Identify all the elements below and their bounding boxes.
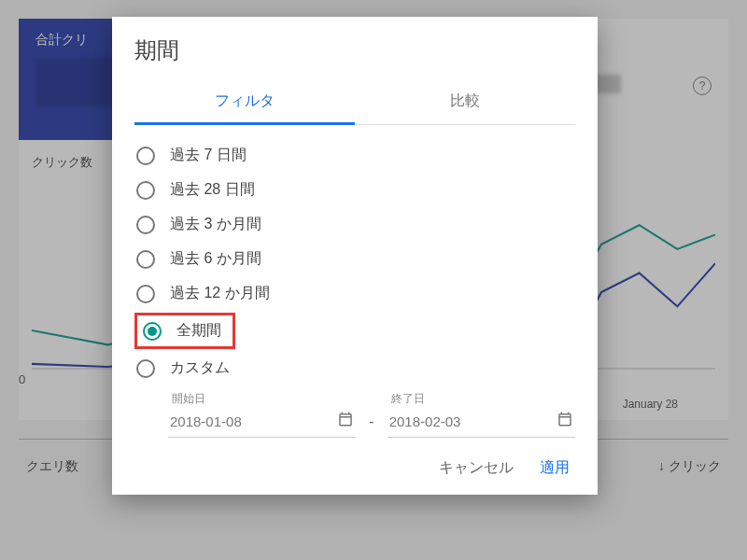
radio-icon bbox=[136, 216, 155, 234]
tab-compare[interactable]: 比較 bbox=[355, 82, 575, 125]
start-date-value: 2018-01-08 bbox=[170, 413, 242, 429]
calendar-icon bbox=[557, 411, 573, 431]
option-last-6-months[interactable]: 過去 6 か月間 bbox=[134, 242, 575, 276]
start-date-cell: 開始日 2018-01-08 bbox=[168, 391, 356, 438]
option-all-time-highlight: 全期間 bbox=[134, 313, 235, 349]
end-date-field[interactable]: 2018-02-03 bbox=[388, 407, 575, 438]
end-date-label: 終了日 bbox=[391, 391, 575, 407]
option-label: 過去 6 か月間 bbox=[170, 249, 261, 269]
calendar-icon bbox=[337, 411, 354, 431]
dialog-title: 期間 bbox=[134, 35, 575, 65]
radio-icon bbox=[136, 250, 155, 269]
option-custom[interactable]: カスタム bbox=[134, 351, 575, 385]
option-label: 過去 12 か月間 bbox=[170, 284, 270, 303]
option-label: 過去 28 日間 bbox=[170, 180, 255, 200]
radio-icon bbox=[136, 147, 155, 165]
option-last-3-months[interactable]: 過去 3 か月間 bbox=[134, 207, 575, 242]
end-date-value: 2018-02-03 bbox=[389, 413, 461, 429]
option-last-7-days[interactable]: 過去 7 日間 bbox=[134, 138, 575, 173]
option-label: 過去 7 日間 bbox=[170, 146, 247, 165]
cancel-button[interactable]: キャンセル bbox=[439, 458, 514, 478]
end-date-cell: 終了日 2018-02-03 bbox=[388, 391, 575, 438]
option-last-12-months[interactable]: 過去 12 か月間 bbox=[134, 276, 575, 311]
start-date-field[interactable]: 2018-01-08 bbox=[168, 407, 356, 438]
radio-icon bbox=[143, 322, 162, 341]
custom-date-row: 開始日 2018-01-08 - 終了日 2018-02-03 bbox=[168, 391, 575, 438]
option-label: 全期間 bbox=[176, 321, 221, 341]
date-range-dialog: 期間 フィルタ 比較 過去 7 日間 過去 28 日間 過去 3 か月間 過去 … bbox=[112, 17, 598, 495]
option-all-time[interactable]: 全期間 bbox=[141, 317, 229, 344]
radio-icon bbox=[136, 359, 155, 378]
dialog-tabs: フィルタ 比較 bbox=[134, 82, 575, 125]
radio-icon bbox=[136, 285, 155, 303]
radio-icon bbox=[136, 181, 155, 200]
option-label: カスタム bbox=[170, 358, 230, 378]
tab-filter[interactable]: フィルタ bbox=[134, 82, 355, 125]
start-date-label: 開始日 bbox=[172, 391, 356, 407]
apply-button[interactable]: 適用 bbox=[540, 458, 570, 478]
date-range-dash: - bbox=[356, 413, 387, 438]
option-label: 過去 3 か月間 bbox=[170, 215, 261, 234]
date-range-options: 過去 7 日間 過去 28 日間 過去 3 か月間 過去 6 か月間 過去 12… bbox=[134, 138, 575, 385]
option-last-28-days[interactable]: 過去 28 日間 bbox=[134, 173, 575, 207]
dialog-actions: キャンセル 適用 bbox=[134, 445, 575, 485]
